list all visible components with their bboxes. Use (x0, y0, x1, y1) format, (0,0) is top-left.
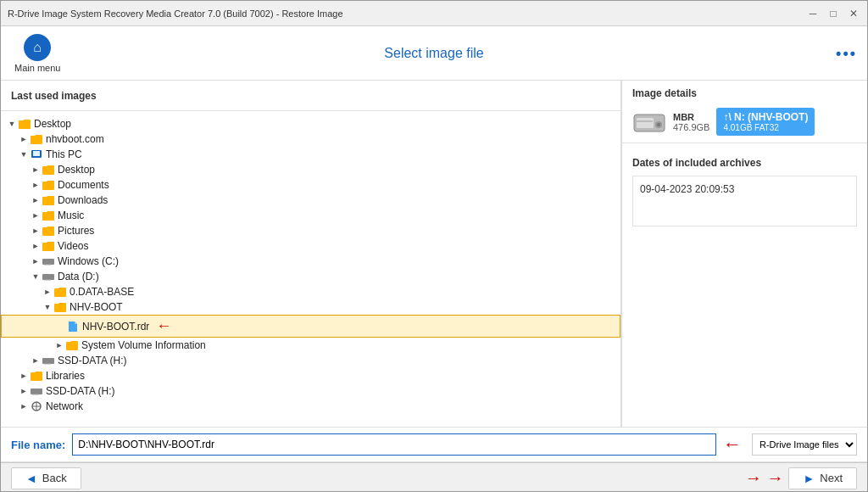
main-menu-button[interactable]: ⌂ Main menu (1, 27, 74, 80)
main-menu-label: Main menu (14, 63, 60, 73)
tree-item-windows_c[interactable]: ►Windows (C:) (1, 254, 620, 269)
folder-icon-sysvolinfo (65, 339, 79, 351)
next-area: → → ► Next (745, 467, 857, 489)
folder-icon-music (42, 210, 55, 221)
hdd-icon (632, 109, 666, 135)
svg-rect-6 (42, 358, 54, 364)
pc-icon-thispc (30, 148, 43, 160)
tree-item-ssd_data[interactable]: ►SSD-DATA (H:) (1, 353, 620, 368)
file-tree: ▼Desktop►nhvboot.com▼This PC►Desktop►Doc… (1, 111, 620, 427)
expand-icon-thispc[interactable]: ▼ (18, 150, 30, 159)
minimize-button[interactable]: ─ (806, 7, 820, 20)
expand-icon-sysvolinfo[interactable]: ► (53, 341, 65, 349)
svg-rect-14 (637, 118, 654, 128)
titlebar: R-Drive Image System Recovery Media Crea… (1, 1, 867, 26)
tree-label-windows_c: Windows (C:) (58, 255, 119, 267)
tree-label-network: Network (46, 400, 83, 412)
svg-rect-1 (33, 151, 40, 156)
tree-item-data_d[interactable]: ▼Data (D:) (1, 269, 620, 284)
tree-item-documents[interactable]: ►Documents (1, 177, 620, 193)
expand-icon-network[interactable]: ► (18, 402, 30, 411)
tree-item-nhv_boot[interactable]: ▼NHV-BOOT (1, 299, 620, 315)
expand-icon-data_d[interactable]: ▼ (30, 272, 42, 281)
tree-label-sysvolinfo: System Volume Information (81, 339, 206, 351)
tree-item-thispc[interactable]: ▼This PC (1, 147, 620, 162)
next-arrow-icon: ► (803, 472, 815, 485)
network-icon-network (30, 400, 43, 412)
annotation-arrow-input: ← (723, 433, 742, 456)
back-arrow-icon: ◄ (25, 472, 37, 485)
back-label: Back (42, 472, 67, 484)
svg-point-16 (657, 123, 660, 126)
close-button[interactable]: ✕ (847, 7, 860, 20)
tree-label-music: Music (58, 210, 84, 221)
back-button[interactable]: ◄ Back (11, 467, 81, 489)
tree-label-nhv_boot: NHV-BOOT (70, 301, 123, 313)
expand-icon-music[interactable]: ► (30, 211, 42, 220)
tree-label-ssd_data: SSD-DATA (H:) (58, 355, 127, 366)
filename-input[interactable] (72, 433, 716, 456)
tree-item-videos[interactable]: ►Videos (1, 238, 620, 254)
dates-box: 09-04-2023 20:09:53 (632, 176, 857, 226)
tree-item-desktop[interactable]: ▼Desktop (1, 116, 620, 131)
expand-icon-documents[interactable]: ► (30, 181, 42, 189)
more-options-button[interactable]: ••• (836, 44, 857, 62)
next-button[interactable]: ► Next (788, 467, 857, 489)
filename-label: File name: (11, 439, 65, 451)
expand-icon-database[interactable]: ► (42, 288, 53, 296)
tree-item-pictures[interactable]: ►Pictures (1, 223, 620, 238)
expand-icon-pictures[interactable]: ► (30, 226, 42, 235)
expand-icon-nhvboot[interactable]: ► (18, 135, 30, 143)
drive-icon-ssd_data2 (30, 385, 43, 397)
folder-icon-desktop2 (42, 164, 55, 176)
mbr-label: MBR (673, 112, 709, 122)
expand-icon-downloads[interactable]: ► (30, 196, 42, 204)
expand-icon-libraries[interactable]: ► (18, 372, 30, 380)
tree-label-ssd_data2: SSD-DATA (H:) (46, 385, 115, 397)
main-content: Last used images ▼Desktop►nhvboot.com▼Th… (1, 81, 867, 427)
annotation-arrow-file: ← (156, 317, 171, 335)
tree-item-desktop2[interactable]: ►Desktop (1, 162, 620, 177)
tree-item-sysvolinfo[interactable]: ►System Volume Information (1, 338, 620, 353)
expand-icon-windows_c[interactable]: ► (30, 257, 42, 266)
tree-item-nhvboot[interactable]: ►nhvboot.com (1, 131, 620, 147)
tree-label-desktop: Desktop (34, 118, 71, 130)
tree-item-database[interactable]: ►0.DATA-BASE (1, 284, 620, 299)
expand-icon-ssd_data[interactable]: ► (30, 356, 42, 365)
expand-icon-desktop[interactable]: ▼ (6, 120, 18, 128)
tree-item-network[interactable]: ►Network (1, 399, 620, 414)
tree-item-libraries[interactable]: ►Libraries (1, 368, 620, 383)
filename-row: File name: ← R-Drive Image files (1, 427, 867, 462)
tree-label-nhvboot: nhvboot.com (46, 133, 104, 145)
left-panel: Last used images ▼Desktop►nhvboot.com▼Th… (1, 81, 621, 427)
image-details-title: Image details (632, 87, 857, 99)
expand-icon-desktop2[interactable]: ► (30, 165, 42, 174)
drive-icon-ssd_data (42, 355, 55, 366)
tree-label-documents: Documents (58, 179, 109, 191)
expand-icon-ssd_data2[interactable]: ► (18, 387, 30, 395)
drive-icon-data_d (42, 271, 55, 282)
tree-label-libraries: Libraries (46, 370, 85, 382)
home-icon: ⌂ (24, 34, 51, 61)
expand-icon-nhv_boot[interactable]: ▼ (42, 303, 53, 311)
image-details-section: Image details MBR 476.9GB ↑\ N: (NHV-BOO… (622, 81, 867, 143)
filetype-select[interactable]: R-Drive Image files (752, 433, 857, 456)
page-title: Select image file (384, 46, 483, 61)
folder-icon-videos (42, 240, 55, 252)
mbr-info: MBR 476.9GB (673, 112, 709, 132)
last-used-images-header: Last used images (1, 81, 620, 111)
tree-item-nhv_boot_rdr[interactable]: NHV-BOOT.rdr← (1, 315, 620, 338)
image-details-content: MBR 476.9GB ↑\ N: (NHV-BOOT) 4.01GB FAT3… (632, 108, 857, 136)
tree-item-downloads[interactable]: ►Downloads (1, 193, 620, 208)
maximize-button[interactable]: □ (826, 7, 840, 20)
expand-icon-videos[interactable]: ► (30, 242, 42, 250)
footer: ◄ Back → → ► Next (1, 462, 867, 492)
tree-label-downloads: Downloads (58, 194, 108, 206)
partition-button[interactable]: ↑\ N: (NHV-BOOT) 4.01GB FAT32 (716, 108, 815, 136)
tree-item-music[interactable]: ►Music (1, 208, 620, 223)
partition-info: 4.01GB FAT32 (723, 123, 778, 132)
titlebar-controls: ─ □ ✕ (806, 7, 860, 20)
right-panel: Image details MBR 476.9GB ↑\ N: (NHV-BOO… (621, 81, 867, 427)
tree-item-ssd_data2[interactable]: ►SSD-DATA (H:) (1, 383, 620, 399)
drive-icon-windows_c (42, 255, 55, 267)
